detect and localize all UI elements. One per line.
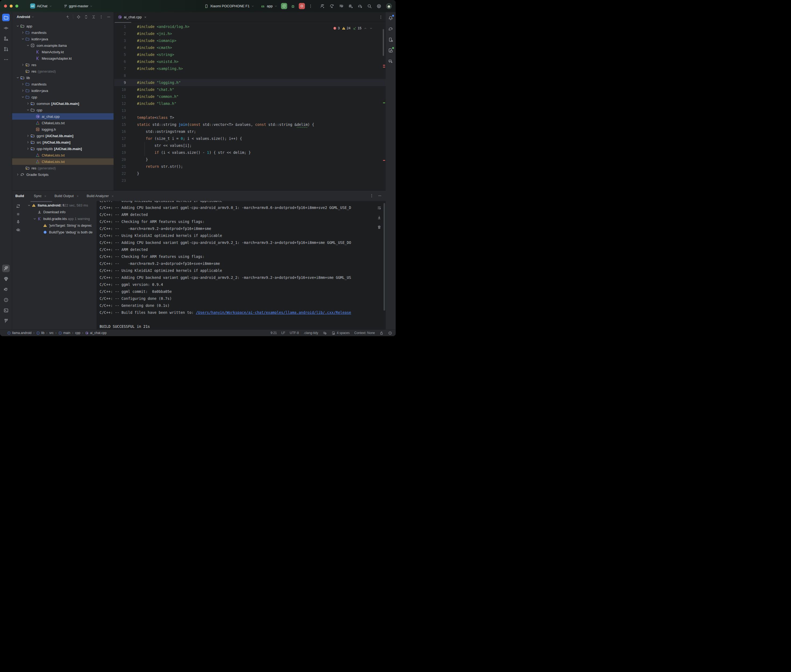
console-vscrollbar-thumb[interactable] bbox=[383, 203, 385, 310]
line-number[interactable]: 9 bbox=[114, 79, 126, 86]
device-selector[interactable]: Xiaomi POCOPHONE F1 bbox=[204, 4, 255, 9]
tool-stripe-more-tools-button[interactable] bbox=[2, 56, 10, 63]
error-stripe-mark[interactable] bbox=[383, 160, 385, 161]
toolbar-search-button[interactable] bbox=[367, 3, 372, 9]
prev-problem-button[interactable] bbox=[364, 26, 367, 30]
tree-item-cpp[interactable]: cpp bbox=[12, 107, 114, 113]
tool-stripe-running-devices-button[interactable] bbox=[387, 46, 395, 54]
tree-item-kotlin-java[interactable]: kotlin+java bbox=[12, 36, 114, 42]
code-line-4[interactable]: 4#include <cmath> bbox=[114, 44, 386, 51]
tool-stripe-device-manager-button[interactable] bbox=[387, 36, 395, 43]
line-number[interactable]: 1 bbox=[114, 23, 126, 30]
line-number[interactable]: 20 bbox=[114, 156, 126, 163]
toolbar-sync-project-button[interactable] bbox=[329, 3, 334, 9]
hide-panel-button[interactable] bbox=[107, 14, 111, 19]
next-problem-button[interactable] bbox=[369, 26, 373, 30]
tree-item-res[interactable]: res(generated) bbox=[12, 165, 114, 171]
tree-item-src[interactable]: src[AiChat.lib.main] bbox=[12, 139, 114, 146]
line-number[interactable]: 10 bbox=[114, 86, 126, 93]
debug-button[interactable] bbox=[291, 3, 295, 8]
tree-item-messageadapter-kt[interactable]: MessageAdapter.kt bbox=[12, 55, 114, 62]
line-number[interactable]: 18 bbox=[114, 142, 126, 149]
error-count[interactable]: 3 bbox=[333, 26, 340, 30]
tool-stripe-pull-requests-button[interactable] bbox=[2, 45, 10, 53]
build-tab-build-output[interactable]: Build Output bbox=[55, 194, 79, 198]
project-view-selector[interactable]: Android bbox=[17, 15, 34, 19]
run-configuration-selector[interactable]: app bbox=[260, 3, 278, 8]
minimize-window-button[interactable] bbox=[10, 5, 13, 8]
close-icon[interactable] bbox=[44, 195, 47, 198]
build-tree-item[interactable]: llama.android: fi22 sec, 583 ms bbox=[24, 202, 96, 209]
toolbar-build-hammer-run-button[interactable] bbox=[320, 3, 325, 9]
console-clear-all-button[interactable] bbox=[377, 224, 381, 230]
line-number[interactable]: 21 bbox=[114, 163, 126, 170]
breadcrumb-item[interactable]: cpp bbox=[75, 331, 80, 335]
tool-stripe-terminal-button[interactable] bbox=[2, 307, 10, 314]
line-number[interactable]: 16 bbox=[114, 128, 126, 135]
tool-stripe-gradle-button[interactable] bbox=[387, 25, 395, 32]
editor-options-icon[interactable] bbox=[379, 14, 383, 19]
tool-stripe-logcat-button[interactable] bbox=[2, 286, 10, 293]
line-number[interactable]: 3 bbox=[114, 37, 126, 44]
breadcrumb-item[interactable]: lib bbox=[36, 331, 44, 335]
status-widget-lf[interactable]: LF bbox=[281, 331, 285, 335]
code-line-18[interactable]: 18 str << values[i]; bbox=[114, 142, 386, 149]
close-icon[interactable] bbox=[76, 194, 79, 198]
build-toolbar-pin-button[interactable] bbox=[16, 219, 21, 224]
vcs-stripe-mark[interactable] bbox=[383, 102, 385, 103]
panel-options-button[interactable] bbox=[99, 14, 103, 19]
status-widget-utf-8[interactable]: UTF-8 bbox=[290, 331, 299, 335]
passed-count[interactable]: 15 bbox=[353, 26, 361, 30]
hide-panel-icon[interactable] bbox=[378, 194, 382, 198]
code-line-6[interactable]: 6#include <unistd.h> bbox=[114, 58, 386, 65]
build-tree-item[interactable]: BuildType 'debug' is both de bbox=[24, 229, 96, 235]
status-widget-9-21[interactable]: 9:21 bbox=[271, 331, 277, 335]
line-number[interactable]: 17 bbox=[114, 135, 126, 142]
editor-tab-ai-chat-cpp[interactable]: ai_chat.cpp bbox=[114, 12, 150, 22]
tool-stripe-version-control-button[interactable] bbox=[2, 317, 10, 325]
tree-item-com-example-llama[interactable]: com.example.llama bbox=[12, 42, 114, 49]
tree-item-cpp[interactable]: cpp bbox=[12, 94, 114, 100]
code-line-17[interactable]: 17 for (size_t i = 0; i < values.size();… bbox=[114, 135, 386, 142]
status-widget--clang-tidy[interactable]: .clang-tidy bbox=[303, 331, 318, 335]
code-line-14[interactable]: 14template<class T> bbox=[114, 114, 386, 121]
toolbar-settings-gear-button[interactable] bbox=[377, 3, 381, 9]
line-number[interactable]: 22 bbox=[114, 170, 126, 177]
breadcrumb-item[interactable]: llama.android bbox=[7, 331, 32, 335]
tool-stripe-resource-manager-button[interactable] bbox=[2, 35, 10, 42]
code-line-5[interactable]: 5#include <string> bbox=[114, 51, 386, 58]
close-icon[interactable] bbox=[144, 16, 147, 19]
tree-item-manifests[interactable]: manifests bbox=[12, 29, 114, 36]
tree-item-app[interactable]: app bbox=[12, 23, 114, 29]
tree-item-res[interactable]: res(generated) bbox=[12, 68, 114, 75]
tree-item-cmakelists-txt[interactable]: CMakeLists.txt bbox=[12, 158, 114, 165]
console-scroll-to-end-button[interactable] bbox=[377, 214, 381, 221]
close-window-button[interactable] bbox=[4, 5, 7, 8]
code-line-22[interactable]: 22} bbox=[114, 170, 386, 177]
line-number[interactable]: 5 bbox=[114, 51, 126, 58]
toolbar-build-variants-button[interactable] bbox=[339, 3, 344, 9]
line-number[interactable]: 12 bbox=[114, 100, 126, 107]
tool-stripe-notifications-button[interactable] bbox=[387, 14, 395, 22]
tool-stripe-gemini-assistant-button[interactable] bbox=[387, 57, 395, 65]
breadcrumb-item[interactable]: ai_chat.cpp bbox=[85, 331, 106, 335]
locate-file-button[interactable] bbox=[77, 14, 81, 19]
code-line-21[interactable]: 21 return str.str(); bbox=[114, 163, 386, 170]
status-widget-error-outline[interactable] bbox=[388, 331, 392, 335]
tree-item-res[interactable]: res bbox=[12, 62, 114, 68]
line-number[interactable]: 7 bbox=[114, 65, 126, 72]
collapse-all-button[interactable] bbox=[91, 14, 96, 19]
tree-item-common[interactable]: common[AiChat.lib.main] bbox=[12, 100, 114, 107]
tree-item-gradle-scripts[interactable]: Gradle Scripts bbox=[12, 171, 114, 178]
error-stripe-mark[interactable] bbox=[383, 65, 385, 66]
toolbar-attach-debugger-button[interactable] bbox=[348, 3, 353, 9]
tree-item-ggml[interactable]: ggml[AiChat.lib.main] bbox=[12, 133, 114, 139]
build-output-path-link[interactable]: /Users/hanyin/Workspace/ai-chat/examples… bbox=[196, 310, 351, 315]
close-icon[interactable] bbox=[111, 194, 114, 198]
tree-item-lib[interactable]: lib bbox=[12, 75, 114, 81]
code-line-7[interactable]: 7#include <sampling.h> bbox=[114, 65, 386, 72]
kebab-icon[interactable] bbox=[379, 15, 383, 19]
code-line-12[interactable]: 12#include "llama.h" bbox=[114, 100, 386, 107]
build-toolbar-refresh-button[interactable] bbox=[16, 203, 21, 208]
tool-stripe-project-folder-button[interactable] bbox=[2, 14, 10, 21]
